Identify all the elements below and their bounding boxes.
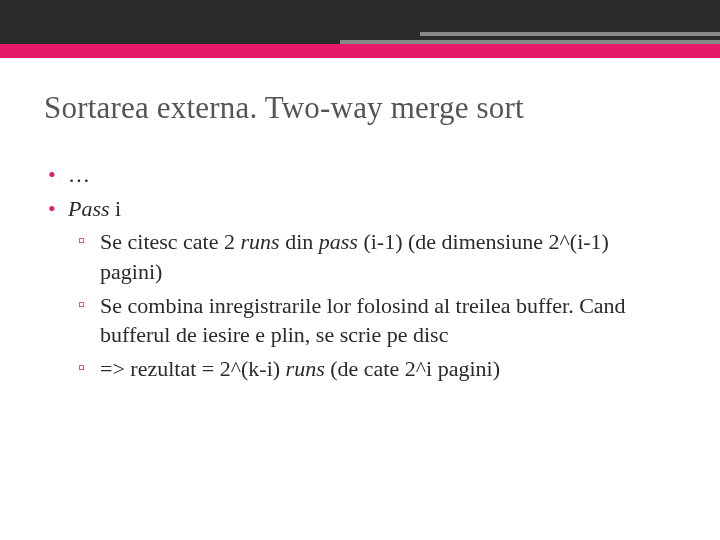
sub-bullet-read-runs: Se citesc cate 2 runs din pass (i-1) (de… <box>76 227 676 286</box>
bullet-list: … Pass i Se citesc cate 2 runs din pass … <box>44 160 676 384</box>
runs-italic: runs <box>241 229 280 254</box>
sub-bullet-list: Se citesc cate 2 runs din pass (i-1) (de… <box>76 227 676 383</box>
pass-italic: pass <box>319 229 358 254</box>
sub-bullet-combine: Se combina inregistrarile lor folosind a… <box>76 291 676 350</box>
t: Se combina inregistrarile lor folosind a… <box>100 293 626 348</box>
slide-top-bar <box>0 0 720 44</box>
slide-accent-bar <box>0 44 720 58</box>
runs-italic: runs <box>286 356 325 381</box>
t: din <box>280 229 319 254</box>
bullet-pass-suffix: i <box>110 196 122 221</box>
t: Se citesc cate 2 <box>100 229 241 254</box>
slide-title: Sortarea externa. Two-way merge sort <box>44 90 676 126</box>
bullet-pass-i: Pass i Se citesc cate 2 runs din pass (i… <box>44 194 676 384</box>
slide-content: Sortarea externa. Two-way merge sort … P… <box>44 90 676 388</box>
t: => rezultat = 2^(k-i) <box>100 356 286 381</box>
t: (de cate 2^i pagini) <box>325 356 500 381</box>
bullet-ellipsis-text: … <box>68 162 90 187</box>
bullet-pass-label: Pass <box>68 196 110 221</box>
decor-line-1 <box>420 32 720 36</box>
bullet-ellipsis: … <box>44 160 676 190</box>
sub-bullet-result: => rezultat = 2^(k-i) runs (de cate 2^i … <box>76 354 676 384</box>
